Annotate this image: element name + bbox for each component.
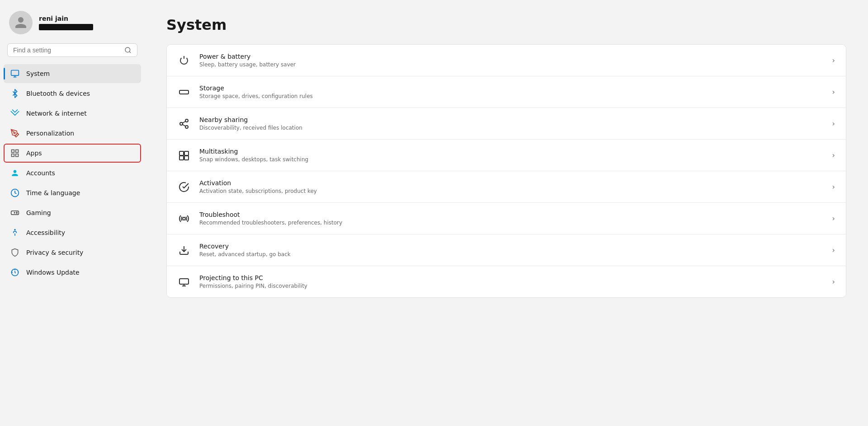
setting-text-troubleshoot: Troubleshoot Recommended troubleshooters… bbox=[199, 211, 823, 226]
sidebar-item-label-update: Windows Update bbox=[26, 269, 80, 276]
svg-point-5 bbox=[14, 132, 15, 134]
svg-rect-6 bbox=[12, 150, 14, 153]
setting-title-storage: Storage bbox=[199, 84, 823, 92]
user-info: reni jain bbox=[39, 15, 93, 30]
setting-text-multitasking: Multitasking Snap windows, desktops, tas… bbox=[199, 148, 823, 163]
sidebar-item-label-privacy: Privacy & security bbox=[26, 249, 83, 256]
svg-point-21 bbox=[185, 126, 188, 128]
setting-item-power[interactable]: Power & battery Sleep, battery usage, ba… bbox=[167, 45, 846, 76]
projecting-icon bbox=[178, 276, 190, 288]
setting-item-activation[interactable]: Activation Activation state, subscriptio… bbox=[167, 171, 846, 203]
setting-text-nearby: Nearby sharing Discoverability, received… bbox=[199, 116, 823, 131]
setting-desc-projecting: Permissions, pairing PIN, discoverabilit… bbox=[199, 283, 823, 289]
svg-rect-8 bbox=[12, 154, 14, 157]
chevron-recovery: › bbox=[832, 246, 835, 254]
setting-desc-multitasking: Snap windows, desktops, task switching bbox=[199, 156, 823, 163]
sidebar-item-label-gaming: Gaming bbox=[26, 209, 51, 216]
svg-line-22 bbox=[183, 124, 186, 126]
setting-item-storage[interactable]: Storage Storage space, drives, configura… bbox=[167, 76, 846, 108]
svg-point-15 bbox=[16, 213, 17, 214]
setting-item-projecting[interactable]: Projecting to this PC Permissions, pairi… bbox=[167, 266, 846, 297]
setting-desc-storage: Storage space, drives, configuration rul… bbox=[199, 93, 823, 99]
svg-point-16 bbox=[14, 229, 15, 230]
user-section: reni jain bbox=[0, 0, 145, 43]
sidebar-item-apps[interactable]: Apps bbox=[4, 144, 141, 163]
settings-list: Power & battery Sleep, battery usage, ba… bbox=[166, 44, 846, 298]
setting-title-activation: Activation bbox=[199, 179, 823, 187]
privacy-icon bbox=[10, 248, 20, 257]
bluetooth-icon bbox=[10, 89, 20, 98]
user-name: reni jain bbox=[39, 15, 93, 22]
sidebar-item-accessibility[interactable]: Accessibility bbox=[4, 223, 141, 242]
svg-rect-7 bbox=[16, 150, 19, 153]
nearby-icon bbox=[178, 117, 190, 130]
page-title: System bbox=[166, 16, 846, 33]
svg-rect-24 bbox=[179, 151, 184, 155]
sidebar-item-accounts[interactable]: Accounts bbox=[4, 164, 141, 183]
time-icon bbox=[10, 188, 20, 198]
power-icon bbox=[178, 54, 190, 67]
setting-item-recovery[interactable]: Recovery Reset, advanced startup, go bac… bbox=[167, 234, 846, 266]
sidebar-item-time[interactable]: Time & language bbox=[4, 183, 141, 202]
chevron-multitasking: › bbox=[832, 151, 835, 159]
chevron-power: › bbox=[832, 56, 835, 65]
troubleshoot-icon bbox=[178, 212, 190, 225]
svg-rect-17 bbox=[179, 90, 189, 94]
setting-desc-nearby: Discoverability, received files location bbox=[199, 125, 823, 131]
gaming-icon bbox=[10, 208, 20, 218]
sidebar-item-label-personalization: Personalization bbox=[26, 130, 74, 137]
sidebar-item-label-system: System bbox=[26, 70, 50, 77]
chevron-troubleshoot: › bbox=[832, 214, 835, 223]
svg-rect-25 bbox=[184, 151, 189, 155]
sidebar-item-system[interactable]: System bbox=[4, 64, 141, 83]
search-icon bbox=[124, 47, 132, 54]
setting-desc-troubleshoot: Recommended troubleshooters, preferences… bbox=[199, 220, 823, 226]
setting-text-activation: Activation Activation state, subscriptio… bbox=[199, 179, 823, 194]
sidebar-item-label-network: Network & internet bbox=[26, 110, 87, 117]
apps-icon bbox=[10, 148, 20, 158]
svg-line-1 bbox=[129, 51, 131, 53]
search-box[interactable] bbox=[7, 43, 137, 57]
sidebar-item-bluetooth[interactable]: Bluetooth & devices bbox=[4, 84, 141, 103]
personalization-icon bbox=[10, 128, 20, 138]
setting-desc-recovery: Reset, advanced startup, go back bbox=[199, 251, 823, 257]
sidebar: reni jain System Bluetooth & devices bbox=[0, 0, 145, 426]
svg-point-0 bbox=[125, 47, 130, 52]
setting-title-recovery: Recovery bbox=[199, 243, 823, 250]
chevron-projecting: › bbox=[832, 277, 835, 286]
setting-text-recovery: Recovery Reset, advanced startup, go bac… bbox=[199, 243, 823, 257]
svg-point-19 bbox=[185, 119, 188, 122]
sidebar-item-personalization[interactable]: Personalization bbox=[4, 124, 141, 143]
svg-line-23 bbox=[183, 121, 186, 123]
accessibility-icon bbox=[10, 228, 20, 238]
setting-item-troubleshoot[interactable]: Troubleshoot Recommended troubleshooters… bbox=[167, 203, 846, 234]
chevron-nearby: › bbox=[832, 119, 835, 128]
search-input[interactable] bbox=[13, 47, 121, 54]
setting-item-multitasking[interactable]: Multitasking Snap windows, desktops, tas… bbox=[167, 140, 846, 171]
setting-desc-power: Sleep, battery usage, battery saver bbox=[199, 61, 823, 68]
multitasking-icon bbox=[178, 149, 190, 162]
recovery-icon bbox=[178, 244, 190, 257]
sidebar-item-network[interactable]: Network & internet bbox=[4, 104, 141, 123]
svg-point-20 bbox=[180, 122, 183, 125]
sidebar-item-label-accounts: Accounts bbox=[26, 169, 55, 177]
sidebar-item-label-time: Time & language bbox=[26, 189, 80, 197]
svg-rect-30 bbox=[179, 279, 189, 284]
setting-item-nearby[interactable]: Nearby sharing Discoverability, received… bbox=[167, 108, 846, 140]
sidebar-item-privacy[interactable]: Privacy & security bbox=[4, 243, 141, 262]
user-avatar-icon bbox=[14, 16, 28, 29]
setting-text-power: Power & battery Sleep, battery usage, ba… bbox=[199, 53, 823, 68]
sidebar-item-update[interactable]: Windows Update bbox=[4, 263, 141, 282]
setting-title-nearby: Nearby sharing bbox=[199, 116, 823, 123]
chevron-storage: › bbox=[832, 88, 835, 96]
system-icon bbox=[10, 69, 20, 79]
svg-point-28 bbox=[183, 217, 185, 220]
sidebar-item-label-apps: Apps bbox=[26, 150, 42, 157]
sidebar-item-label-accessibility: Accessibility bbox=[26, 229, 65, 236]
chevron-activation: › bbox=[832, 183, 835, 191]
sidebar-item-gaming[interactable]: Gaming bbox=[4, 203, 141, 222]
svg-rect-27 bbox=[184, 156, 189, 160]
avatar bbox=[9, 11, 33, 34]
accounts-icon bbox=[10, 168, 20, 178]
sidebar-item-label-bluetooth: Bluetooth & devices bbox=[26, 90, 90, 97]
